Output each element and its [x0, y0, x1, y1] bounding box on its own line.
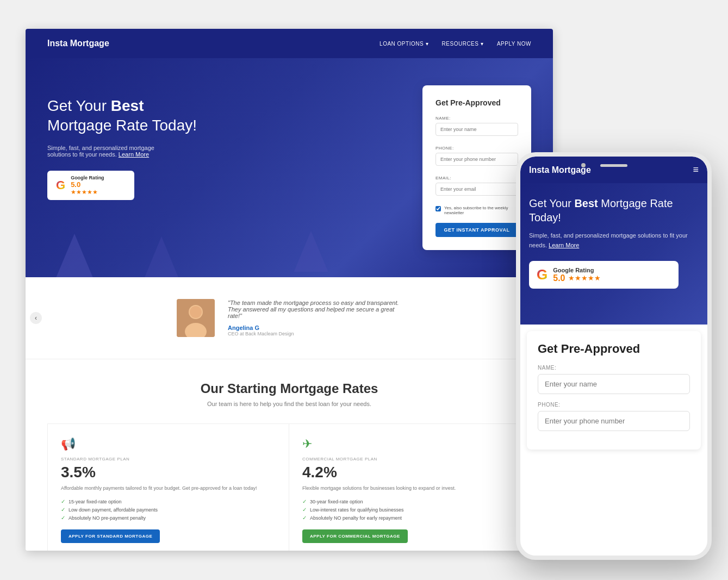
standard-plan-card: 📢 STANDARD MORTGAGE PLAN 3.5% Affordable… — [48, 424, 289, 551]
commercial-rate-desc: Flexible mortgage solutions for business… — [302, 485, 518, 491]
check-icon: ✓ — [302, 507, 307, 513]
phone-camera — [581, 163, 586, 167]
mobile-navigation: Insta Mortgage ≡ — [520, 157, 707, 183]
chevron-down-icon: ▾ — [481, 41, 484, 47]
apply-commercial-button[interactable]: APPLY FOR COMMERCIAL MORTGAGE — [302, 529, 408, 543]
name-label: NAME: — [435, 116, 518, 121]
testimonial-prev-button[interactable]: ‹ — [30, 312, 42, 324]
commercial-plan-icon: ✈ — [302, 437, 518, 451]
testimonial-section: ‹ "The team made the mortgage process so… — [26, 277, 553, 359]
email-label: EMAIL: — [435, 176, 518, 180]
commercial-plan-label: COMMERCIAL MORTGAGE PLAN — [302, 457, 518, 461]
mobile-phone-label: PHONE: — [538, 402, 690, 408]
feature-item: ✓15-year fixed-rate option — [61, 498, 276, 504]
chevron-down-icon: ▾ — [426, 41, 429, 47]
phone-field-group: PHONE: — [435, 146, 518, 171]
rates-subtitle: Our team is here to help you find the be… — [47, 401, 531, 407]
check-icon: ✓ — [302, 515, 307, 521]
standard-rate-value: 3.5% — [61, 464, 276, 481]
rates-title: Our Starting Mortgage Rates — [47, 381, 531, 396]
hero-content: Get Your Best Mortgage Rate Today! Simpl… — [47, 85, 422, 200]
newsletter-checkbox[interactable] — [435, 206, 441, 211]
card-title: Get Pre-Approved — [435, 98, 518, 107]
commercial-rate-value: 4.2% — [302, 464, 518, 481]
name-input[interactable] — [435, 123, 518, 136]
standard-rate-desc: Affordable monthly payments tailored to … — [61, 485, 276, 491]
newsletter-label: Yes, also subscribe to the weekly newsle… — [444, 205, 518, 215]
feature-item: ✓Low down payment, affordable payments — [61, 507, 276, 513]
mobile-hero-subtitle: Simple, fast, and personalized mortgage … — [529, 231, 699, 250]
hamburger-icon[interactable]: ≡ — [693, 164, 699, 176]
mobile-name-label: NAME: — [538, 365, 690, 371]
google-rating-box: G Google Rating 5.0 ★★★★★ — [47, 171, 134, 200]
feature-item: ✓Low-interest rates for qualifying busin… — [302, 507, 518, 513]
hero-title: Get Your Best Mortgage Rate Today! — [47, 96, 422, 136]
svg-point-3 — [190, 306, 202, 318]
rates-grid: 📢 STANDARD MORTGAGE PLAN 3.5% Affordable… — [47, 423, 531, 551]
desktop-website: Insta Mortgage LOAN OPTIONS ▾ RESOURCES … — [26, 29, 553, 551]
phone-content: Insta Mortgage ≡ Get Your Best Mortgage … — [520, 157, 707, 556]
mobile-google-g-icon: G — [537, 266, 547, 283]
standard-features-list: ✓15-year fixed-rate option ✓Low down pay… — [61, 498, 276, 521]
nav-apply-now[interactable]: APPLY NOW — [497, 41, 531, 47]
get-approval-button[interactable]: GET INSTANT APPROVAL — [435, 223, 518, 237]
site-navigation: Insta Mortgage LOAN OPTIONS ▾ RESOURCES … — [26, 29, 553, 58]
phone-mockup: Insta Mortgage ≡ Get Your Best Mortgage … — [516, 152, 712, 560]
email-field-group: EMAIL: — [435, 176, 518, 201]
check-icon: ✓ — [61, 515, 65, 521]
commercial-plan-card: ✈ COMMERCIAL MORTGAGE PLAN 4.2% Flexible… — [289, 424, 531, 551]
mobile-name-input[interactable] — [538, 374, 690, 394]
apply-standard-button[interactable]: APPLY FOR STANDARD MORTGAGE — [61, 529, 160, 543]
nav-loan-options[interactable]: LOAN OPTIONS ▾ — [379, 41, 429, 47]
mobile-learn-more-link[interactable]: Learn More — [549, 242, 579, 248]
site-logo: Insta Mortgage — [47, 39, 109, 48]
learn-more-link[interactable]: Learn More — [119, 151, 149, 158]
feature-item: ✓Absolutely NO pre-payment penalty — [61, 515, 276, 521]
mobile-phone-input[interactable] — [538, 411, 690, 431]
commercial-features-list: ✓30-year fixed-rate option ✓Low-interest… — [302, 498, 518, 521]
nav-links: LOAN OPTIONS ▾ RESOURCES ▾ APPLY NOW — [379, 41, 531, 47]
testimonial-role: CEO at Back Macleam Design — [228, 331, 402, 336]
google-g-icon: G — [56, 178, 65, 192]
standard-plan-icon: 📢 — [61, 437, 276, 451]
mobile-google-rating: G Google Rating 5.0 ★★★★★ — [529, 261, 679, 289]
testimonial-avatar — [177, 299, 215, 337]
phone-label: PHONE: — [435, 146, 518, 151]
mobile-card-title: Get Pre-Approved — [538, 342, 690, 356]
hero-subtitle: Simple, fast, and personalized mortgage … — [47, 145, 172, 158]
nav-resources[interactable]: RESOURCES ▾ — [442, 41, 484, 47]
feature-item: ✓Absolutely NO penalty for early repayme… — [302, 515, 518, 521]
mobile-phone-field-group: PHONE: — [538, 402, 690, 439]
avatar-image — [177, 299, 215, 337]
mobile-google-content: Google Rating 5.0 ★★★★★ — [553, 267, 601, 283]
feature-item: ✓30-year fixed-rate option — [302, 498, 518, 504]
phone-speaker — [600, 164, 627, 167]
mobile-pre-approved-card: Get Pre-Approved NAME: PHONE: — [527, 331, 701, 450]
testimonial-content: "The team made the mortgage process so e… — [228, 300, 402, 336]
check-icon: ✓ — [61, 498, 65, 504]
google-rating-content: Google Rating 5.0 ★★★★★ — [71, 175, 104, 196]
hero-house-decoration — [287, 231, 335, 272]
rates-section: Our Starting Mortgage Rates Our team is … — [26, 359, 553, 551]
name-field-group: NAME: — [435, 116, 518, 141]
mobile-name-field-group: NAME: — [538, 365, 690, 402]
phone-input[interactable] — [435, 153, 518, 166]
pre-approved-card: Get Pre-Approved NAME: PHONE: EMAIL: Yes… — [422, 85, 531, 250]
mobile-hero-section: Get Your Best Mortgage Rate Today! Simpl… — [520, 183, 707, 325]
mobile-hero-title: Get Your Best Mortgage Rate Today! — [529, 196, 699, 224]
testimonial-name: Angelina G — [228, 325, 402, 331]
testimonial-quote: "The team made the mortgage process so e… — [228, 300, 402, 319]
email-input[interactable] — [435, 183, 518, 196]
hero-section: Get Your Best Mortgage Rate Today! Simpl… — [26, 58, 553, 277]
check-icon: ✓ — [61, 507, 65, 513]
check-icon: ✓ — [302, 498, 307, 504]
newsletter-checkbox-row: Yes, also subscribe to the weekly newsle… — [435, 205, 518, 215]
standard-plan-label: STANDARD MORTGAGE PLAN — [61, 457, 276, 461]
